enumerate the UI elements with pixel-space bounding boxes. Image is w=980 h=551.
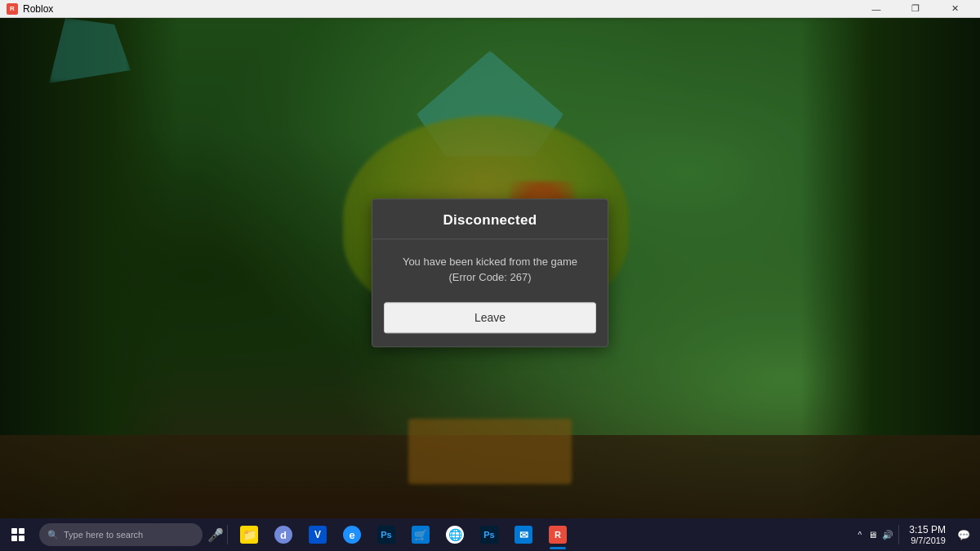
- search-icon: 🔍: [47, 530, 59, 540]
- restore-button[interactable]: ❐: [897, 0, 934, 18]
- chrome-app[interactable]: 🌐: [439, 518, 471, 551]
- chrome-icon: 🌐: [446, 526, 464, 544]
- system-clock[interactable]: 3:15 PM 9/7/2019: [904, 522, 951, 547]
- photoshop-1-app[interactable]: Ps: [370, 518, 403, 551]
- start-button[interactable]: [0, 518, 36, 551]
- ie-app[interactable]: e: [336, 518, 368, 551]
- minimize-button[interactable]: —: [858, 0, 895, 18]
- mail-icon: ✉: [514, 526, 532, 544]
- file-explorer-app[interactable]: 📁: [233, 518, 265, 551]
- ie-icon: e: [343, 526, 361, 544]
- discord-app[interactable]: d: [267, 518, 300, 551]
- game-background: Disconnected You have been kicked from t…: [0, 18, 980, 533]
- disconnected-modal: Disconnected You have been kicked from t…: [372, 198, 608, 347]
- notification-icon: 💬: [957, 529, 970, 541]
- trello-icon: V: [309, 526, 327, 544]
- close-button[interactable]: ✕: [936, 0, 973, 18]
- window-controls: — ❐ ✕: [858, 0, 973, 18]
- taskbar-apps: 📁 d V e Ps 🛒 🌐 Ps ✉: [229, 518, 849, 551]
- microphone-button[interactable]: 🎤: [206, 525, 225, 544]
- network-icon: 🖥: [868, 530, 877, 540]
- notifications-button[interactable]: 💬: [954, 527, 973, 543]
- modal-header: Disconnected: [372, 199, 608, 239]
- message-line2: (Error Code: 267): [448, 271, 531, 283]
- message-line1: You have been kicked from the game: [403, 256, 577, 268]
- file-explorer-icon: 📁: [240, 526, 258, 544]
- mic-icon: 🎤: [207, 527, 224, 543]
- modal-title: Disconnected: [443, 212, 537, 228]
- store-app[interactable]: 🛒: [404, 518, 437, 551]
- photoshop-2-app[interactable]: Ps: [473, 518, 506, 551]
- store-icon: 🛒: [412, 526, 430, 544]
- windows-logo-icon: [11, 528, 24, 541]
- separator-2: [898, 525, 899, 544]
- roblox-app-icon: R: [549, 526, 567, 544]
- search-placeholder: Type here to search: [64, 530, 143, 540]
- trello-app[interactable]: V: [301, 518, 334, 551]
- modal-body: You have been kicked from the game (Erro…: [372, 239, 608, 299]
- taskbar-search[interactable]: 🔍 Type here to search: [39, 523, 203, 546]
- volume-icon: 🔊: [882, 530, 893, 540]
- mail-app[interactable]: ✉: [507, 518, 540, 551]
- photoshop-2-icon: Ps: [480, 526, 498, 544]
- system-tray: ^ 🖥 🔊 3:15 PM 9/7/2019 💬: [849, 518, 980, 551]
- title-bar: R Roblox — ❐ ✕: [0, 0, 980, 18]
- separator: [227, 525, 228, 544]
- taskbar: 🔍 Type here to search 🎤 📁 d V e Ps 🛒: [0, 518, 980, 551]
- modal-message: You have been kicked from the game (Erro…: [389, 254, 591, 286]
- roblox-app[interactable]: R: [541, 518, 574, 551]
- modal-footer: Leave: [372, 299, 608, 346]
- roblox-logo: R: [7, 3, 18, 15]
- window-title: Roblox: [23, 3, 53, 15]
- photoshop-1-icon: Ps: [377, 526, 395, 544]
- notification-chevron[interactable]: ^: [855, 529, 866, 541]
- clock-date: 9/7/2019: [909, 535, 946, 545]
- titlebar-left: R Roblox: [7, 3, 53, 15]
- leave-button[interactable]: Leave: [384, 302, 596, 333]
- system-icons: 🖥 🔊: [868, 530, 893, 540]
- discord-icon: d: [274, 526, 292, 544]
- clock-time: 3:15 PM: [909, 524, 946, 535]
